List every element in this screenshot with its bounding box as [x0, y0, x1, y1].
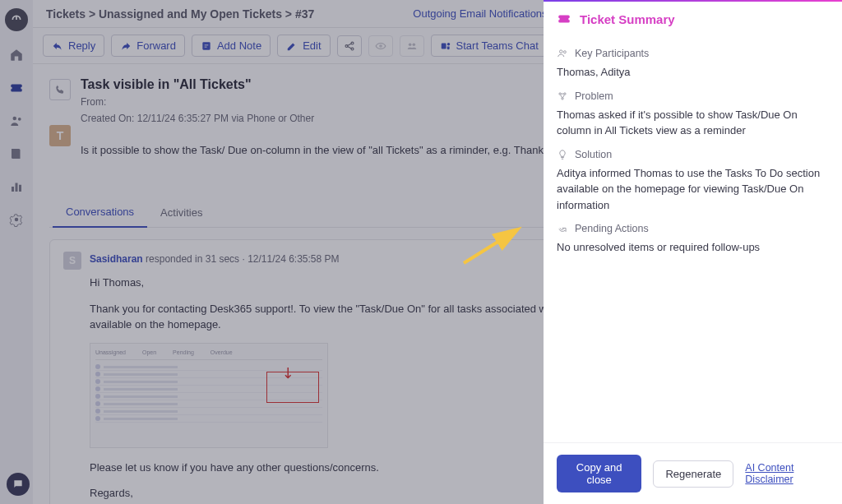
solution-text: Aditya informed Thomas to use the Tasks … [557, 165, 829, 214]
ai-disclaimer-link[interactable]: AI Content Disclaimer [745, 462, 829, 485]
svg-point-21 [560, 50, 563, 53]
svg-point-25 [562, 97, 563, 99]
copy-close-button[interactable]: Copy and close [557, 455, 641, 492]
participants-icon [557, 48, 568, 59]
regenerate-button[interactable]: Regenerate [653, 460, 733, 488]
svg-point-22 [563, 51, 566, 53]
solution-icon [557, 149, 568, 160]
svg-point-24 [564, 92, 566, 94]
problem-text: Thomas asked if it's possible to show Ta… [557, 107, 829, 139]
problem-head: Problem [575, 90, 613, 102]
ticket-icon [557, 12, 571, 26]
problem-icon [557, 90, 568, 102]
pending-text: No unresolved items or required follow-u… [557, 239, 829, 256]
solution-head: Solution [575, 149, 612, 160]
pending-head: Pending Actions [575, 223, 649, 234]
participants-head: Key Participants [575, 48, 649, 59]
ticket-summary-panel: Ticket Summary Key Participants Thomas, … [544, 0, 842, 504]
svg-point-23 [559, 92, 561, 94]
participants-text: Thomas, Aditya [557, 64, 829, 81]
pending-icon [557, 223, 568, 234]
panel-title: Ticket Summary [580, 12, 675, 26]
